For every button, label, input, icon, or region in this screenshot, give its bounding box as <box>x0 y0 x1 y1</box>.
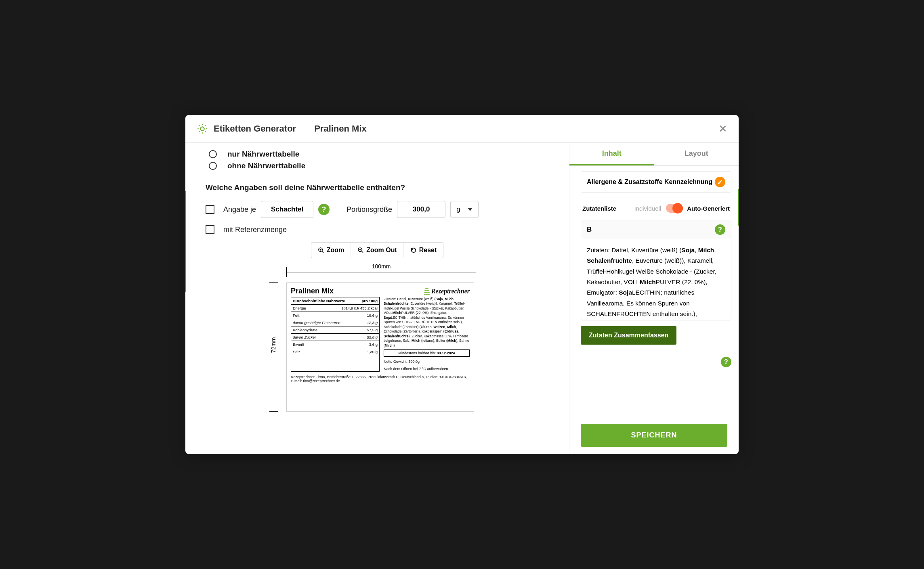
radio-nur-naehrwert[interactable]: nur Nährwerttabelle <box>206 150 549 159</box>
individuell-label: Individuell <box>620 205 661 212</box>
allergene-title: Allergene & Zusatzstoffe Kennzeichnung <box>587 178 712 186</box>
page-title: Pralinen Mix <box>314 123 367 134</box>
storage-info: Nach dem Öffnen bei 7 °C aufbewahren. <box>384 366 470 371</box>
bbf-label: Mindestens haltbar bis: <box>398 351 436 355</box>
radio-icon <box>209 162 217 170</box>
scroll-indicator-right <box>738 189 739 226</box>
nutrition-table: Durchschnittliche Nährwertepro 100g Ener… <box>291 297 380 372</box>
svg-point-0 <box>200 127 204 130</box>
modal-body: nur Nährwerttabelle ohne Nährwerttabelle… <box>185 143 739 454</box>
portion-input[interactable] <box>397 201 445 218</box>
nutr-header: Durchschnittliche Nährwerte <box>293 299 345 303</box>
zutatenliste-label: Zutatenliste <box>582 205 616 212</box>
tab-inhalt[interactable]: Inhalt <box>569 143 654 165</box>
right-panel: Inhalt Layout Allergene & Zusatzstoffe K… <box>569 143 739 454</box>
ingredient-editor: B ? Zutaten: Dattel, Kuvertüre (weiß) (S… <box>581 220 731 320</box>
radio-label: nur Nährwerttabelle <box>227 150 299 159</box>
ingredient-text[interactable]: Zutaten: Dattel, Kuvertüre (weiß) (Soja,… <box>581 239 731 320</box>
label-preview: Pralinen Mix Rezeptrechner Durchschnittl… <box>286 282 474 412</box>
modal-header: Etiketten Generator Pralinen Mix ✕ <box>185 115 739 143</box>
zoom-in-button[interactable]: Zoom <box>311 243 351 258</box>
zoom-out-button[interactable]: Zoom Out <box>351 243 403 258</box>
nutr-row: Energie1814,9 kJ/ 433,2 kcal <box>291 305 379 312</box>
header-divider <box>305 122 305 135</box>
help-icon[interactable]: ? <box>721 357 731 367</box>
net-weight: Netto Gewicht: 300,0g <box>384 359 470 364</box>
summarize-button[interactable]: Zutaten Zusammenfassen <box>581 326 676 345</box>
toggle-knob <box>672 203 683 213</box>
zoom-label: Zoom <box>327 247 344 254</box>
zoom-out-label: Zoom Out <box>366 247 397 254</box>
nutr-row: Salz1,30 g <box>291 348 379 355</box>
referenzmenge-label: mit Referenzmenge <box>223 226 287 234</box>
left-panel: nur Nährwerttabelle ohne Nährwerttabelle… <box>185 143 569 454</box>
radio-label: ohne Nährwerttabelle <box>227 161 305 170</box>
pencil-icon <box>717 179 723 185</box>
help-icon[interactable]: ? <box>715 224 725 235</box>
best-before-box: Mindestens haltbar bis: 08.12.2024 <box>384 349 470 357</box>
zoom-group: Zoom Zoom Out Reset <box>311 242 444 258</box>
tab-layout[interactable]: Layout <box>654 143 739 165</box>
save-bar: SPEICHERN <box>569 416 739 454</box>
reset-label: Reset <box>419 247 437 254</box>
help-icon[interactable]: ? <box>318 204 330 215</box>
auto-toggle[interactable] <box>666 204 683 213</box>
close-button[interactable]: ✕ <box>718 123 727 135</box>
zoom-out-icon <box>357 247 364 253</box>
chevron-down-icon <box>468 208 472 211</box>
company-info: Rezeptrechner Firma, Betriebsstraße 1, 2… <box>291 375 470 383</box>
radio-ohne-naehrwert[interactable]: ohne Nährwerttabelle <box>206 161 549 170</box>
ingredients-text: Zutaten: Dattel, Kuvertüre (weiß) (Soja,… <box>384 297 470 372</box>
edit-button[interactable] <box>715 177 725 187</box>
width-label: 100mm <box>370 263 393 270</box>
svg-line-2 <box>322 251 323 253</box>
modal: Etiketten Generator Pralinen Mix ✕ nur N… <box>185 115 739 454</box>
apple-icon <box>424 287 430 295</box>
unit-value: g <box>456 205 460 213</box>
height-label: 72mm <box>270 335 277 356</box>
scroll-indicator-left <box>185 191 186 292</box>
nutr-row: Fett19,6 g <box>291 312 379 319</box>
controls-row-1: Angabe je ? Portionsgröße g <box>206 201 549 218</box>
controls-row-2: mit Referenzmenge <box>206 225 549 234</box>
checkbox-referenzmenge[interactable] <box>206 225 214 234</box>
auto-label: Auto-Generiert <box>687 205 730 212</box>
allergene-section: Allergene & Zusatzstoffe Kennzeichnung <box>581 172 731 192</box>
unit-dropdown[interactable]: g <box>450 201 478 218</box>
nutr-row: davon Zucker55,8 g <box>291 334 379 341</box>
bold-button[interactable]: B <box>587 226 592 234</box>
brand-name: Rezeptrechner <box>431 288 470 295</box>
bbf-date: 08.12.2024 <box>437 351 455 355</box>
reset-icon <box>410 247 417 253</box>
svg-line-6 <box>361 251 363 253</box>
ruler-vertical: 72mm <box>268 278 280 412</box>
nutr-row: Eiweiß3,6 g <box>291 341 379 348</box>
section-question: Welche Angaben soll deine Nährwerttabell… <box>206 183 549 192</box>
tabs: Inhalt Layout <box>569 143 739 166</box>
nutr-row: davon gesättigte Fettsäuren12,3 g <box>291 319 379 326</box>
app-name: Etiketten Generator <box>214 123 296 134</box>
zoom-toolbar: Zoom Zoom Out Reset <box>206 242 549 258</box>
preview-area: 100mm 72mm Pralinen Mix Rezeptrechner <box>270 266 476 412</box>
schachtel-input[interactable] <box>261 201 313 218</box>
zutatenliste-toggle-row: Zutatenliste Individuell Auto-Generiert <box>581 200 731 220</box>
per-100g: pro 100g <box>361 299 378 303</box>
panel-scroll[interactable]: Allergene & Zusatzstoffe Kennzeichnung Z… <box>569 166 739 416</box>
save-button[interactable]: SPEICHERN <box>581 424 727 447</box>
ruler-horizontal: 100mm <box>286 266 476 278</box>
logo-icon <box>197 123 208 134</box>
brand-logo: Rezeptrechner <box>424 287 470 295</box>
nutr-row: Kohlenhydrate57,5 g <box>291 326 379 334</box>
radio-icon <box>209 150 217 158</box>
reset-button[interactable]: Reset <box>403 243 443 258</box>
portion-label: Portionsgröße <box>346 205 392 214</box>
checkbox-angabe-je[interactable] <box>206 205 214 214</box>
zoom-in-icon <box>318 247 324 253</box>
angabe-je-label: Angabe je <box>223 205 256 214</box>
label-title: Pralinen Mix <box>291 287 334 295</box>
